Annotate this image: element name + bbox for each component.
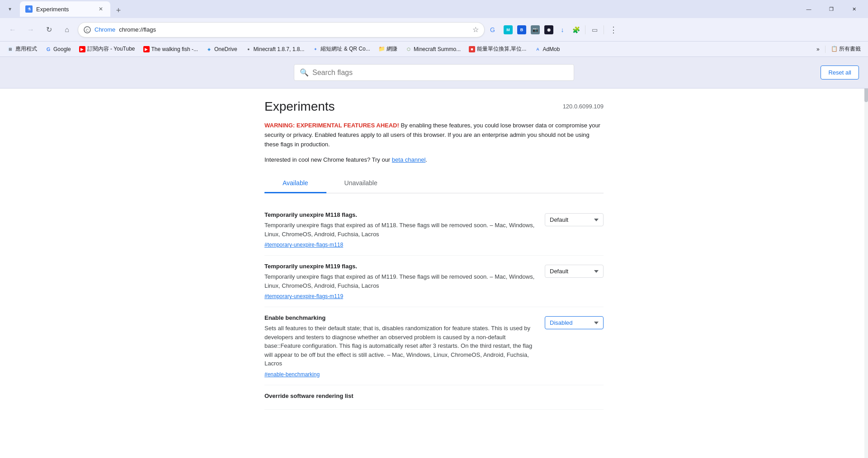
tab-close-button[interactable]: ✕ xyxy=(97,5,105,13)
close-button[interactable]: ✕ xyxy=(844,2,864,16)
beta-channel-link[interactable]: beta channel xyxy=(392,156,425,163)
warning-box: WARNING: EXPERIMENTAL FEATURES AHEAD! By… xyxy=(264,121,604,149)
page-content: Experiments 120.0.6099.109 WARNING: EXPE… xyxy=(264,89,604,421)
flag-desc-m118: Temporarily unexpire flags that expired … xyxy=(264,221,538,238)
camo-icon[interactable]: ◉ xyxy=(542,23,555,36)
reset-all-button[interactable]: Reset all xyxy=(821,65,859,79)
mc-summon-favicon: ⬡ xyxy=(406,46,412,52)
interest-suffix: . xyxy=(425,156,427,163)
reading-list-button[interactable]: 📋 所有書籤 xyxy=(827,44,864,54)
walking-fish-favicon: ▶ xyxy=(143,46,150,52)
toolbar-divider2 xyxy=(604,25,604,34)
flag-item-m118: Temporarily unexpire M118 flags. Tempora… xyxy=(264,204,604,256)
bookmarks-overflow-button[interactable]: » xyxy=(813,45,823,54)
navbar: ← → ↻ ⌂ C Chrome chrome://flags ☆ G M B … xyxy=(0,18,868,42)
search-bar-container: 🔍 Reset all xyxy=(0,57,868,89)
bookmark-network[interactable]: 📁 網賺 xyxy=(375,44,401,54)
search-icon: 🔍 xyxy=(300,68,309,77)
bookmark-label: OneDrive xyxy=(214,46,237,52)
flag-info-m119: Temporarily unexpire M119 flags. Tempora… xyxy=(264,263,538,299)
bookmark-apps[interactable]: ⊞ 應用程式 xyxy=(4,44,41,54)
bookmarks-divider xyxy=(825,46,826,53)
flag-link-m118[interactable]: #temporary-unexpire-flags-m118 xyxy=(264,242,343,248)
bookmark-label: 應用程式 xyxy=(15,45,37,53)
bookmark-minecraft[interactable]: ● Minecraft 1.8.7, 1.8... xyxy=(242,45,308,54)
flag-name-m119: Temporarily unexpire M119 flags. xyxy=(264,263,538,270)
bookmark-label: Minecraft 1.8.7, 1.8... xyxy=(254,46,305,52)
search-bar: 🔍 xyxy=(294,64,574,81)
bookmark-youtube[interactable]: ▶ 訂閱內容 - YouTube xyxy=(75,44,139,54)
tab-available[interactable]: Available xyxy=(264,174,326,193)
tab-bar: ⚗ Experiments ✕ + xyxy=(20,1,125,17)
bookmark-star-icon[interactable]: ☆ xyxy=(472,25,479,34)
flag-name-m118: Temporarily unexpire M118 flags. xyxy=(264,211,538,218)
flag-select-m119[interactable]: Default Enabled Disabled xyxy=(545,265,604,278)
titlebar-left: ▾ ⚗ Experiments ✕ + xyxy=(4,1,798,17)
flag-link-benchmarking[interactable]: #enable-benchmarking xyxy=(264,371,320,378)
address-brand: Chrome xyxy=(94,26,115,33)
flag-desc-m119: Temporarily unexpire flags that expired … xyxy=(264,272,538,290)
bookmark-onedrive[interactable]: ◈ OneDrive xyxy=(203,45,241,54)
flag-select-m118[interactable]: Default Enabled Disabled xyxy=(545,213,604,226)
address-bar[interactable]: C Chrome chrome://flags ☆ xyxy=(78,22,485,37)
bookmark-energy[interactable]: ■ 能量單位換算,單位... xyxy=(465,44,530,54)
bookmark-label: 📁 網賺 xyxy=(378,45,397,53)
flag-name-software-rendering: Override software rendering list xyxy=(264,393,604,399)
google-favicon: G xyxy=(45,46,52,52)
active-tab[interactable]: ⚗ Experiments ✕ xyxy=(20,1,110,17)
bookmark-shorturl[interactable]: ✦ 縮短網址 & QR Co... xyxy=(309,44,373,54)
bookmark-label: Minecraft Summo... xyxy=(414,46,461,52)
bookmarks-bar: ⊞ 應用程式 G Google ▶ 訂閱內容 - YouTube ▶ The w… xyxy=(0,42,868,57)
more-menu-button[interactable]: ⋮ xyxy=(607,23,619,36)
bookmark-label: 縮短網址 & QR Co... xyxy=(321,45,370,53)
bookmark-google[interactable]: G Google xyxy=(42,45,75,54)
search-input[interactable] xyxy=(312,69,568,77)
content-area: 🔍 Reset all Experiments 120.0.6099.109 W… xyxy=(0,57,868,458)
maximize-button[interactable]: ❐ xyxy=(821,2,842,16)
bookmark-label: Google xyxy=(53,46,71,52)
malwarebytes-icon[interactable]: M xyxy=(502,23,514,36)
minecraft-favicon: ● xyxy=(245,46,252,52)
page-header: Experiments 120.0.6099.109 xyxy=(264,99,604,114)
flag-info-benchmarking: Enable benchmarking Sets all features to… xyxy=(264,314,538,378)
translate-icon[interactable]: G xyxy=(488,23,501,36)
forward-button[interactable]: → xyxy=(24,23,38,37)
bookmarks-more: » 📋 所有書籤 xyxy=(813,44,864,54)
bookmark-admob[interactable]: A AdMob xyxy=(531,45,563,54)
minimize-button[interactable]: — xyxy=(798,2,819,16)
page-title: Experiments xyxy=(264,99,335,114)
bookmark-label: 訂閱內容 - YouTube xyxy=(87,45,135,53)
svg-text:C: C xyxy=(86,28,89,33)
flag-name-benchmarking: Enable benchmarking xyxy=(264,314,538,321)
scrollbar[interactable] xyxy=(864,57,868,458)
titlebar: ▾ ⚗ Experiments ✕ + — ❐ ✕ xyxy=(0,0,868,18)
bookmark-walking-fish[interactable]: ▶ The walking fish -... xyxy=(140,45,202,54)
flag-control-m118: Default Enabled Disabled xyxy=(545,211,604,226)
tabs-row: Available Unavailable xyxy=(264,174,604,193)
download-icon[interactable]: ↓ xyxy=(556,23,569,36)
screenshot-icon[interactable]: 📷 xyxy=(529,23,542,36)
flag-info-m118: Temporarily unexpire M118 flags. Tempora… xyxy=(264,211,538,248)
sidebar-toggle-icon[interactable]: ▭ xyxy=(588,23,601,36)
window-controls: — ❐ ✕ xyxy=(798,2,864,16)
toolbar-divider xyxy=(585,25,585,34)
flag-link-m119[interactable]: #temporary-unexpire-flags-m119 xyxy=(264,293,343,299)
tab-unavailable[interactable]: Unavailable xyxy=(326,174,396,193)
onedrive-favicon: ◈ xyxy=(206,46,212,52)
back-button[interactable]: ← xyxy=(5,23,20,37)
flag-item-software-rendering: Override software rendering list xyxy=(264,385,604,410)
refresh-button[interactable]: ↻ xyxy=(42,23,56,37)
interest-prefix: Interested in cool new Chrome features? … xyxy=(264,156,392,163)
extensions-icon[interactable]: 🧩 xyxy=(570,23,582,36)
bitwarden-icon[interactable]: B xyxy=(515,23,528,36)
bookmark-label: AdMob xyxy=(542,46,560,52)
warning-prefix: WARNING: EXPERIMENTAL FEATURES AHEAD! xyxy=(264,122,399,129)
bookmark-mc-summon[interactable]: ⬡ Minecraft Summo... xyxy=(402,45,464,54)
flag-select-benchmarking[interactable]: Default Enabled Disabled xyxy=(545,316,604,329)
tab-title: Experiments xyxy=(36,6,93,13)
flags-page: 🔍 Reset all Experiments 120.0.6099.109 W… xyxy=(0,57,868,458)
flag-desc-benchmarking: Sets all features to their default state… xyxy=(264,324,538,368)
home-button[interactable]: ⌂ xyxy=(60,23,74,37)
tab-list-btn[interactable]: ▾ xyxy=(4,3,16,15)
new-tab-button[interactable]: + xyxy=(112,4,125,17)
